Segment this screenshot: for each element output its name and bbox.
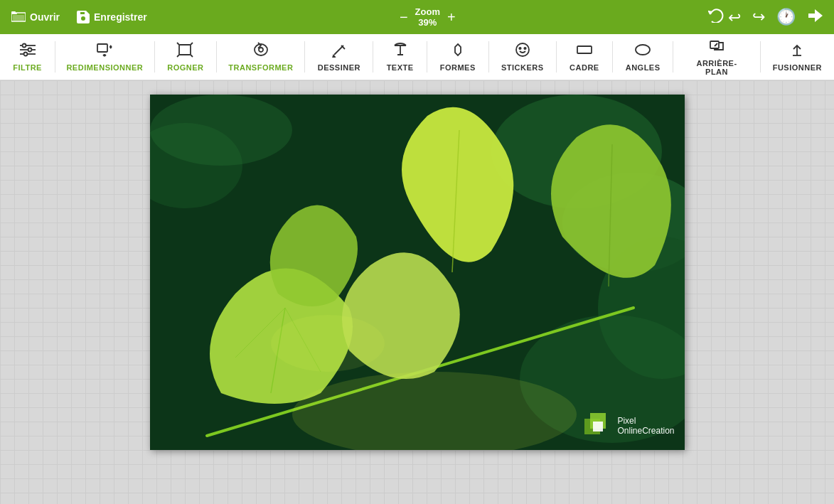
svg-point-29	[524, 48, 525, 49]
filtre-label: FILTRE	[13, 63, 42, 72]
arriere-plan-icon	[707, 38, 726, 56]
tool-rogner[interactable]: ROGNER	[155, 34, 217, 80]
watermark-logo	[583, 412, 611, 440]
svg-point-31	[636, 45, 650, 55]
svg-line-22	[177, 55, 179, 57]
save-button[interactable]: Enregistrer	[77, 11, 147, 23]
svg-point-10	[23, 53, 27, 56]
tool-filtre[interactable]: FILTRE	[0, 34, 55, 80]
filtre-icon	[18, 42, 37, 60]
svg-point-23	[259, 48, 263, 52]
tool-arriere-plan[interactable]: ARRIÈRE-PLAN	[673, 34, 759, 80]
cadre-label: CADRE	[570, 63, 599, 72]
svg-rect-32	[710, 41, 719, 48]
image-canvas: Pixel OnlineCreation	[150, 95, 685, 450]
rogner-icon	[176, 42, 195, 60]
open-button[interactable]: Ouvrir	[11, 11, 60, 23]
stickers-label: STICKERS	[501, 63, 544, 72]
svg-rect-53	[593, 422, 603, 431]
svg-point-41	[150, 95, 292, 166]
zoom-label: Zoom 39%	[415, 6, 440, 28]
watermark-text: Pixel OnlineCreation	[617, 416, 674, 436]
tool-angles[interactable]: ANGLES	[613, 34, 673, 80]
top-bar-right: ↩ ↪ 🕐	[708, 8, 823, 26]
svg-point-28	[519, 48, 520, 49]
share-button[interactable]	[807, 8, 823, 26]
svg-marker-4	[808, 9, 823, 22]
tool-cadre[interactable]: CADRE	[557, 34, 612, 80]
angles-icon	[633, 42, 652, 60]
transformer-label: TRANSFORMER	[228, 63, 293, 72]
svg-rect-11	[97, 44, 107, 52]
top-bar-left: Ouvrir Enregistrer	[11, 11, 147, 23]
stickers-icon	[513, 42, 532, 60]
svg-line-20	[191, 55, 193, 57]
zoom-out-button[interactable]: −	[400, 10, 408, 24]
tool-fusionner[interactable]: FUSIONNER	[761, 34, 834, 80]
texte-icon	[391, 42, 410, 60]
watermark-brand: Pixel	[617, 416, 674, 426]
arriere-plan-label: ARRIÈRE-PLAN	[688, 59, 745, 76]
svg-rect-3	[13, 15, 24, 21]
texte-label: TEXTE	[387, 63, 414, 72]
leaf-svg	[150, 95, 685, 450]
watermark: Pixel OnlineCreation	[583, 412, 674, 440]
svg-rect-18	[179, 45, 191, 55]
svg-point-8	[22, 44, 26, 48]
leaf-image: Pixel OnlineCreation	[150, 95, 685, 450]
tool-dessiner[interactable]: DESSINER	[305, 34, 373, 80]
watermark-sub: OnlineCreation	[617, 426, 674, 436]
formes-label: FORMES	[440, 63, 476, 72]
zoom-control: − Zoom 39% +	[400, 6, 456, 28]
formes-icon	[449, 42, 467, 60]
angles-label: ANGLES	[626, 63, 661, 72]
dessiner-label: DESSINER	[318, 63, 360, 72]
tool-formes[interactable]: FORMES	[427, 34, 488, 80]
svg-point-49	[271, 315, 385, 372]
rogner-label: ROGNER	[167, 63, 203, 72]
canvas-area: Pixel OnlineCreation	[0, 80, 834, 504]
zoom-in-button[interactable]: +	[447, 10, 456, 24]
redimensionner-label: REDIMENSIONNER	[66, 63, 143, 72]
cadre-icon	[575, 42, 594, 60]
zoom-value: 39%	[415, 17, 440, 28]
tool-transformer[interactable]: TRANSFORMER	[217, 34, 304, 80]
svg-point-27	[516, 43, 529, 56]
svg-line-19	[177, 43, 179, 45]
zoom-title: Zoom	[415, 6, 440, 17]
save-label: Enregistrer	[94, 11, 147, 23]
redimensionner-icon	[95, 42, 114, 60]
open-label: Ouvrir	[30, 11, 60, 23]
svg-rect-30	[577, 46, 592, 53]
transformer-icon	[252, 42, 270, 60]
tool-stickers[interactable]: STICKERS	[489, 34, 556, 80]
fusionner-icon	[788, 42, 806, 60]
tool-redimensionner[interactable]: REDIMENSIONNER	[55, 34, 154, 80]
svg-line-21	[191, 43, 193, 45]
fusionner-label: FUSIONNER	[773, 63, 822, 72]
top-bar: Ouvrir Enregistrer − Zoom 39% + ↩ ↪ 🕐	[0, 0, 834, 34]
toolbar: FILTRE REDIMENSIONNER	[0, 34, 834, 80]
svg-point-9	[28, 48, 31, 52]
undo-button[interactable]: ↩	[708, 9, 741, 26]
dessiner-icon	[330, 42, 348, 60]
history-button[interactable]: 🕐	[776, 9, 796, 25]
tool-texte[interactable]: TEXTE	[373, 34, 427, 80]
svg-marker-26	[455, 44, 461, 55]
redo-button[interactable]: ↪	[752, 9, 765, 25]
